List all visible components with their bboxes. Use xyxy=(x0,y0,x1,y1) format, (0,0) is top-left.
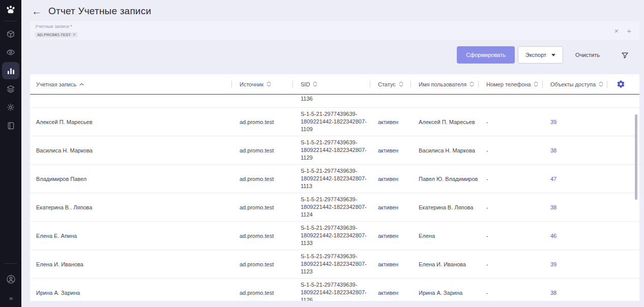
back-button[interactable]: ← xyxy=(32,6,42,16)
sort-icon xyxy=(399,81,403,87)
sidebar-item-monitoring[interactable] xyxy=(2,44,19,61)
sidebar-item-objects[interactable] xyxy=(2,25,19,43)
sort-icon xyxy=(470,81,474,87)
cell-username xyxy=(411,95,478,95)
sidebar-item-docs[interactable] xyxy=(2,117,19,134)
column-header[interactable]: Номер телефона xyxy=(478,74,542,94)
table-row[interactable]: Алексей П. Маресьев ad.promo.test S-1-5-… xyxy=(30,108,639,136)
cell-objects: 47 xyxy=(542,176,607,182)
column-label: Имя пользователя xyxy=(419,81,466,87)
objects-link[interactable]: 38 xyxy=(550,204,557,210)
column-label: SID xyxy=(301,81,310,87)
table-row[interactable]: Ирина А. Зарина ad.promo.test S-1-5-21-2… xyxy=(30,279,639,301)
cell-status: активен xyxy=(370,233,411,239)
table-row[interactable]: Екатерина В.. Ляпова ad.promo.test S-1-5… xyxy=(30,193,639,222)
accounts-table: Учетная запись Источник SID Статус И xyxy=(30,74,639,301)
layers-icon xyxy=(6,84,15,94)
cell-account: Елена И. Иванова xyxy=(30,261,231,267)
filter-clear-icon[interactable]: × xyxy=(614,27,619,35)
sort-icon xyxy=(267,81,271,87)
cell-phone: - xyxy=(478,204,542,210)
sidebar-item-layers[interactable] xyxy=(2,80,19,98)
cell-source: ad.promo.test xyxy=(231,233,292,239)
column-header[interactable]: Объекты доступа xyxy=(542,74,607,94)
cell-status xyxy=(370,95,411,95)
column-header[interactable]: Статус xyxy=(370,74,411,94)
filter-funnel-icon[interactable] xyxy=(621,51,629,59)
book-icon xyxy=(7,121,15,130)
sidebar-item-user[interactable] xyxy=(2,270,19,288)
table-row[interactable]: Василиса Н. Маркова ad.promo.test S-1-5-… xyxy=(30,136,639,165)
table-row[interactable]: Елена Е. Апина ad.promo.test S-1-5-21-29… xyxy=(30,222,639,250)
cell-username: Екатерина В. Ляпова xyxy=(411,204,478,210)
cell-source: ad.promo.test xyxy=(231,119,292,125)
sidebar-expand-button[interactable]: » xyxy=(9,294,12,302)
chip-remove-icon[interactable]: × xyxy=(73,33,75,37)
filter-label: Учетные записи * xyxy=(35,24,634,29)
column-header[interactable]: Источник xyxy=(231,74,292,94)
objects-link[interactable]: 39 xyxy=(550,261,557,267)
column-header[interactable]: SID xyxy=(292,74,370,94)
cell-account: Алексей П. Маресьев xyxy=(30,119,231,125)
table-row[interactable]: Елена И. Иванова ad.promo.test S-1-5-21-… xyxy=(30,250,639,279)
filter-chip-label: AD.PROMO.TEST xyxy=(37,33,71,37)
export-button[interactable]: Экспорт xyxy=(518,46,563,64)
table-row[interactable]: Владимиров Павел ad.promo.test S-1-5-21-… xyxy=(30,165,639,193)
sidebar-item-reports[interactable] xyxy=(2,62,19,79)
cell-objects: 39 xyxy=(542,261,607,267)
toolbar: Сформировать Экспорт Очистить xyxy=(30,46,629,64)
objects-link[interactable]: 38 xyxy=(550,290,557,296)
column-label: Учетная запись xyxy=(36,81,76,87)
sort-icon xyxy=(313,81,317,87)
objects-link[interactable]: 47 xyxy=(550,176,557,182)
column-header[interactable]: Учетная запись xyxy=(30,74,231,94)
table-gear-icon xyxy=(617,80,625,88)
table-row[interactable]: 1136 xyxy=(30,95,639,108)
cell-account: Василиса Н. Маркова xyxy=(30,147,231,154)
cell-phone: - xyxy=(478,290,542,296)
filter-add-icon[interactable]: + xyxy=(627,27,631,35)
cell-sid: S-1-5-21-2977439639- 1809221442-18223428… xyxy=(292,224,370,247)
main-area: ← Отчет Учетные записи Учетные записи * … xyxy=(21,0,644,307)
cell-source: ad.promo.test xyxy=(231,290,292,296)
cell-account xyxy=(30,95,231,95)
cell-username: Алексей П. Маресьев xyxy=(411,119,478,125)
generate-button[interactable]: Сформировать xyxy=(457,46,515,64)
cell-source: ad.promo.test xyxy=(231,147,292,154)
sort-icon xyxy=(534,81,538,87)
table-body: 1136 Алексей П. Маресьев ad.promo.test S… xyxy=(30,95,639,301)
objects-link[interactable]: 38 xyxy=(550,147,557,154)
paw-logo xyxy=(4,3,18,17)
cell-source: ad.promo.test xyxy=(231,204,292,210)
column-header[interactable]: Имя пользователя xyxy=(411,74,478,94)
cell-sid: S-1-5-21-2977439639- 1809221442-18223428… xyxy=(292,110,370,133)
objects-link[interactable]: 39 xyxy=(550,119,557,125)
sidebar-item-settings[interactable] xyxy=(2,99,19,116)
cell-sid: S-1-5-21-2977439639- 1809221442-18223428… xyxy=(292,167,370,190)
cell-phone: - xyxy=(478,119,542,125)
cell-objects: 38 xyxy=(542,147,607,154)
cell-username: Ирина А. Зарина xyxy=(411,290,478,296)
cell-status: активен xyxy=(370,204,411,210)
cell-source xyxy=(231,95,292,95)
export-label: Экспорт xyxy=(525,52,546,58)
page-header: ← Отчет Учетные записи xyxy=(21,0,644,17)
cell-account: Екатерина В.. Ляпова xyxy=(30,204,231,210)
cell-sid: S-1-5-21-2977439639- 1809221442-18223428… xyxy=(292,253,370,275)
clear-button[interactable]: Очистить xyxy=(575,52,600,58)
cell-phone: - xyxy=(478,233,542,239)
table-scrollbar-thumb[interactable] xyxy=(635,114,637,200)
cell-status: активен xyxy=(370,176,411,182)
cell-username: Василиса Н. Маркова xyxy=(411,147,478,154)
cell-username: Елена xyxy=(411,233,478,239)
cell-phone xyxy=(478,95,542,95)
cell-status: активен xyxy=(370,119,411,125)
accounts-filter-field[interactable]: Учетные записи * AD.PROMO.TEST × × + xyxy=(30,21,639,40)
sidebar-divider xyxy=(4,263,17,264)
page-title: Отчет Учетные записи xyxy=(48,6,151,17)
objects-link[interactable]: 46 xyxy=(550,233,557,239)
filter-chip[interactable]: AD.PROMO.TEST × xyxy=(35,32,78,38)
column-settings-button[interactable] xyxy=(607,74,639,94)
table-header-cells: Учетная запись Источник SID Статус И xyxy=(30,74,607,94)
cell-sid: 1136 xyxy=(292,95,370,103)
